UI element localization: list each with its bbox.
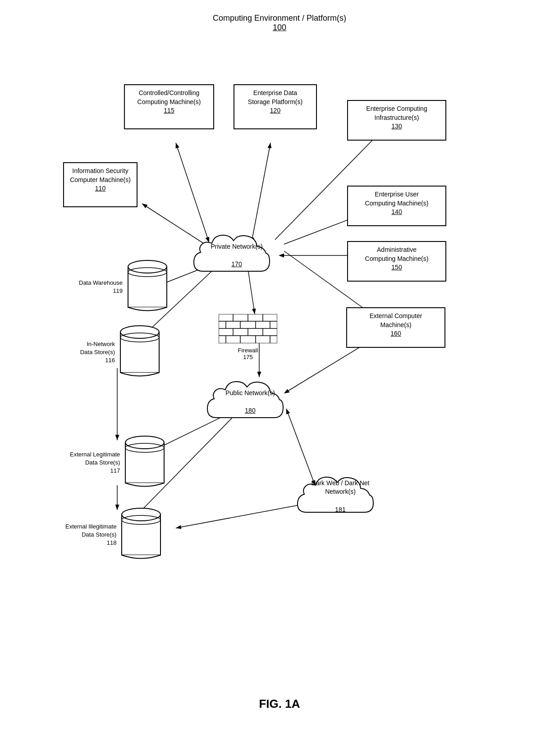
controlled-computing-box: Controlled/ControllingComputing Machine(… [124,84,214,129]
firewall-symbol: Firewall 175 [219,314,277,343]
svg-point-48 [122,508,160,521]
data-warehouse-db: Data Warehouse 119 [79,260,168,314]
svg-point-39 [128,260,167,273]
diagram-title: Computing Environment / Platform(s) 100 [32,14,527,32]
enterprise-user-computing-label: Enterprise UserComputing Machine(s) [365,191,429,207]
external-computer-label: External ComputerMachine(s) [370,312,422,328]
enterprise-data-storage-num: 120 [270,107,280,114]
data-warehouse-label: Data Warehouse 119 [79,279,123,295]
enterprise-user-computing-box: Enterprise UserComputing Machine(s) 140 [347,186,446,226]
svg-line-15 [176,503,309,528]
public-network-cloud: Public Network(s) 180 [203,368,298,436]
svg-point-42 [120,326,159,338]
external-illegitimate-db: External IllegitimateData Store(s) 118 [65,508,161,562]
enterprise-computing-infra-num: 130 [391,123,402,130]
fig-label: FIG. 1A [32,697,527,711]
administrative-computing-box: AdministrativeComputing Machine(s) 150 [347,241,446,282]
firewall-label: Firewall 175 [219,347,277,360]
external-legitimate-db: External LegitimateData Store(s) 117 [70,436,165,490]
title-line1: Computing Environment / Platform(s) [213,14,346,23]
controlled-computing-num: 115 [164,107,174,114]
external-illegitimate-label: External IllegitimateData Store(s) 118 [65,523,116,547]
enterprise-computing-infra-box: Enterprise ComputingInfrastructure(s) 13… [347,100,446,141]
external-computer-box: External ComputerMachine(s) 160 [346,307,445,348]
enterprise-data-storage-box: Enterprise DataStorage Platform(s) 120 [234,84,317,129]
page-container: Computing Environment / Platform(s) 100 [32,0,527,724]
private-network-label: Private Network(s) 170 [189,222,284,289]
administrative-computing-label: AdministrativeComputing Machine(s) [365,246,429,262]
info-security-num: 110 [95,185,105,192]
controlled-computing-label: Controlled/ControllingComputing Machine(… [137,89,201,105]
administrative-computing-num: 150 [391,264,402,271]
enterprise-computing-infra-label: Enterprise ComputingInfrastructure(s) [366,105,427,121]
enterprise-user-computing-num: 140 [391,208,402,215]
external-computer-num: 160 [390,330,401,337]
in-network-datastore-db: In-NetworkData Store(s) 116 [79,325,160,379]
private-network-cloud: Private Network(s) 170 [189,222,284,289]
external-legitimate-label: External LegitimateData Store(s) 117 [70,451,120,475]
diagram-area: Controlled/ControllingComputing Machine(… [54,35,505,688]
info-security-label: Information SecurityComputer Machine(s) [70,167,131,183]
dark-web-cloud: Dark Web / Dark NetNetwork(s) 181 [293,467,388,526]
svg-point-45 [125,436,164,449]
enterprise-data-storage-label: Enterprise DataStorage Platform(s) [248,89,302,105]
title-num: 100 [273,23,286,32]
in-network-label: In-NetworkData Store(s) 116 [79,340,115,365]
dark-web-label: Dark Web / Dark NetNetwork(s) 181 [293,467,388,526]
public-network-label: Public Network(s) 180 [203,368,298,436]
info-security-box: Information SecurityComputer Machine(s) … [63,162,137,207]
